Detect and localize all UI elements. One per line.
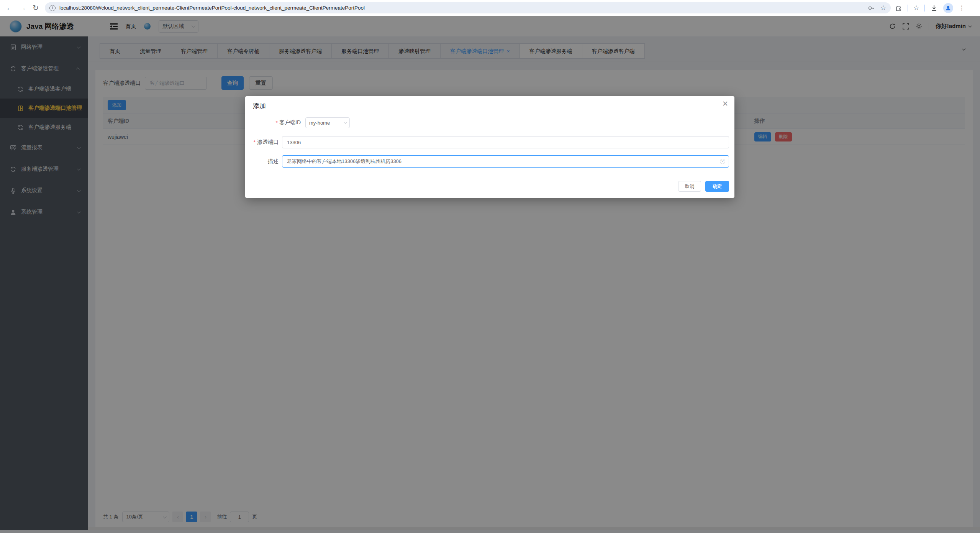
dialog-footer: 取消 确定 [678, 181, 729, 192]
browser-forward-icon[interactable]: → [16, 4, 29, 12]
divider [924, 5, 925, 12]
site-info-icon[interactable]: i [49, 5, 56, 11]
port-input[interactable] [282, 136, 729, 148]
form-row-desc: 描述 ✕ [253, 155, 729, 168]
extension-star-icon[interactable]: ☆ [913, 4, 919, 12]
required-asterisk: * [254, 139, 256, 145]
password-key-icon[interactable] [867, 4, 875, 12]
desc-input-wrap: ✕ [279, 155, 729, 168]
client-id-select[interactable]: my-home [305, 117, 350, 128]
app-root: Java 网络渗透 首页 默认区域 你好!admin [0, 16, 980, 533]
dialog-close-icon[interactable]: ✕ [722, 100, 728, 107]
url-text[interactable]: localhost:28080/#/cloud_network_client_p… [59, 5, 862, 11]
form-row-port: * 渗透端口 [253, 136, 729, 148]
downloads-icon[interactable] [930, 4, 938, 12]
form-label: * 客户端ID [253, 119, 301, 126]
form-row-client-id: * 客户端ID my-home [253, 117, 350, 128]
clear-input-icon[interactable]: ✕ [720, 159, 725, 164]
cancel-button[interactable]: 取消 [678, 181, 701, 192]
confirm-button[interactable]: 确定 [705, 181, 729, 192]
add-dialog: 添加 ✕ * 客户端ID my-home * 渗透端口 描述 [245, 96, 734, 198]
dialog-title: 添加 [253, 102, 266, 110]
browser-reload-icon[interactable]: ↻ [29, 3, 42, 12]
required-asterisk: * [276, 120, 278, 126]
client-id-value: my-home [309, 120, 330, 126]
address-bar[interactable]: i localhost:28080/#/cloud_network_client… [45, 2, 891, 13]
desc-label: 描述 [268, 158, 279, 165]
divider [908, 5, 908, 12]
chevron-down-icon [344, 120, 347, 123]
browser-actions: ☆ ⋮ [895, 3, 969, 13]
browser-toolbar: ← → ↻ i localhost:28080/#/cloud_network_… [0, 0, 980, 16]
client-id-label: 客户端ID [279, 119, 301, 126]
form-label: 描述 [253, 158, 279, 165]
profile-avatar[interactable] [943, 3, 953, 13]
modal-overlay[interactable] [0, 16, 980, 533]
form-label: * 渗透端口 [253, 139, 279, 146]
bookmark-star-icon[interactable]: ☆ [880, 4, 886, 12]
desc-input[interactable] [282, 155, 729, 168]
browser-menu-icon[interactable]: ⋮ [959, 4, 965, 12]
port-label: 渗透端口 [257, 139, 279, 146]
extensions-icon[interactable] [895, 4, 902, 12]
browser-back-icon[interactable]: ← [3, 4, 16, 12]
